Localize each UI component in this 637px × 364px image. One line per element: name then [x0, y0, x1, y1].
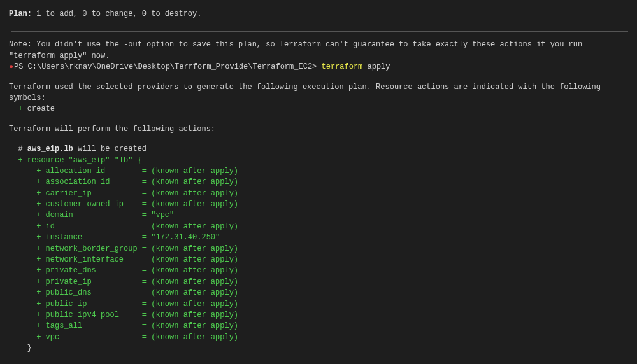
- command-terraform: terraform: [321, 62, 362, 73]
- note-line: Note: You didn't use the -out option to …: [9, 39, 628, 62]
- attribute-row: + public_dns = (known after apply): [9, 288, 628, 298]
- attribute-row: + customer_owned_ip = (known after apply…: [9, 199, 628, 210]
- command-apply: apply: [362, 62, 390, 73]
- terminal-output: Plan: 1 to add, 0 to change, 0 to destro…: [6, 9, 628, 364]
- attribute-row: + network_border_group = (known after ap…: [9, 244, 628, 255]
- attribute-row: + private_dns = (known after apply): [9, 265, 628, 276]
- create-symbol-line: + create: [9, 104, 628, 115]
- plan-label: Plan:: [9, 10, 32, 18]
- resource-declaration: + resource "aws_eip" "lb" {: [9, 155, 628, 166]
- attribute-row: + association_id = (known after apply): [9, 177, 628, 188]
- attribute-row: + private_ip = (known after apply): [9, 277, 628, 288]
- attributes-block: + allocation_id = (known after apply) + …: [9, 166, 628, 343]
- attribute-row: + allocation_id = (known after apply): [9, 166, 628, 177]
- resource-comment: # aws_eip.lb will be created: [9, 144, 628, 155]
- plan-values: 1 to add, 0 to change, 0 to destroy.: [32, 10, 201, 18]
- prompt-line[interactable]: ● PS C:\Users\rknav\OneDrive\Desktop\Ter…: [9, 62, 628, 73]
- attribute-row: + public_ipv4_pool = (known after apply): [9, 310, 628, 321]
- perform-actions-line: Terraform will perform the following act…: [9, 124, 628, 135]
- divider-line: [11, 31, 628, 32]
- attribute-row: + vpc = (known after apply): [9, 332, 628, 343]
- prompt-path: PS C:\Users\rknav\OneDrive\Desktop\Terrf…: [14, 62, 321, 73]
- attribute-row: + instance = "172.31.40.250": [9, 232, 628, 243]
- execution-plan-intro: Terraform used the selected providers to…: [9, 82, 628, 104]
- attribute-row: + domain = "vpc": [9, 210, 628, 221]
- error-dot-icon: ●: [9, 62, 14, 73]
- attribute-row: + id = (known after apply): [9, 221, 628, 232]
- close-brace: }: [9, 343, 628, 354]
- attribute-row: + network_interface = (known after apply…: [9, 255, 628, 265]
- attribute-row: + carrier_ip = (known after apply): [9, 188, 628, 199]
- attribute-row: + public_ip = (known after apply): [9, 299, 628, 310]
- plan-summary-1: Plan: 1 to add, 0 to change, 0 to destro…: [9, 9, 628, 20]
- attribute-row: + tags_all = (known after apply): [9, 321, 628, 332]
